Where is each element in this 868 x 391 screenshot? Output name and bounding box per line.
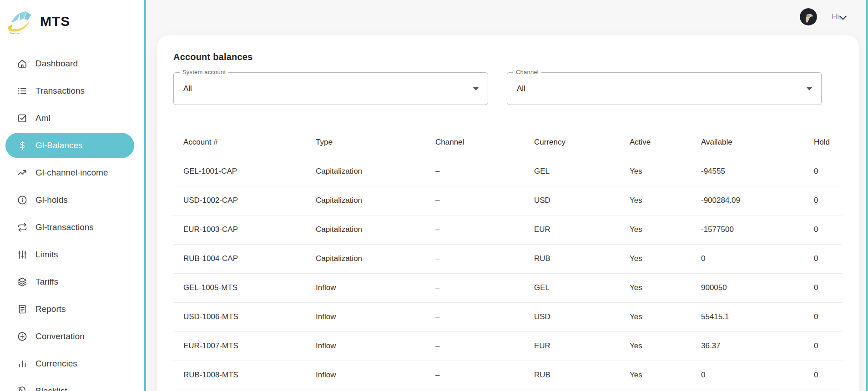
cell-currency: GEL xyxy=(524,157,620,186)
content-card: Account balances System account All Chan… xyxy=(157,35,859,391)
select-value: All xyxy=(517,84,525,93)
column-header-currency: Currency xyxy=(524,128,620,157)
cell-active: Yes xyxy=(620,302,691,331)
cell-active: Yes xyxy=(620,273,691,302)
sidebar-item-blacklist[interactable]: Blacklist xyxy=(0,377,144,391)
dropdown-arrow-icon xyxy=(806,87,812,90)
cell-currency: EUR xyxy=(524,331,620,361)
cell-available: 900050 xyxy=(691,273,804,302)
cell-active: Yes xyxy=(620,361,691,390)
cell-type: Inflow xyxy=(306,361,425,390)
cell-type: Capitalization xyxy=(306,157,425,186)
cell-type: Capitalization xyxy=(306,215,425,244)
cell-type: Capitalization xyxy=(306,244,425,273)
sidebar-item-aml[interactable]: Aml xyxy=(0,105,144,132)
sidebar-item-limits[interactable]: Limits xyxy=(0,241,144,268)
cell-hold: 0 xyxy=(804,331,843,361)
cell-currency: USD xyxy=(524,302,620,331)
sidebar-item-label: Gl-holds xyxy=(35,195,68,205)
cell-account: GEL-1005-MTS xyxy=(173,273,306,302)
sidebar-item-gl-balances[interactable]: Gl-Balances xyxy=(5,133,134,158)
cell-channel: – xyxy=(425,273,524,302)
table-row: EUR-1007-MTS Inflow – EUR Yes 36.37 0 xyxy=(173,331,843,361)
column-header-account: Account # xyxy=(173,128,306,157)
user-avatar-image xyxy=(800,8,817,25)
cell-channel: – xyxy=(425,331,524,361)
cell-hold: 0 xyxy=(804,361,843,390)
table-row: USD-1002-CAP Capitalization – USD Yes -9… xyxy=(173,186,843,215)
sidebar-item-tariffs[interactable]: Tariffs xyxy=(0,268,144,296)
cell-channel: – xyxy=(425,361,524,390)
sidebar-item-reports[interactable]: Reports xyxy=(0,296,144,323)
mts-logo-icon xyxy=(5,8,33,35)
logo: MTS xyxy=(0,0,144,36)
cell-type: Inflow xyxy=(306,331,425,361)
sidebar-item-gl-holds[interactable]: Gl-holds xyxy=(0,186,144,214)
filters-row: System account All Channel All xyxy=(173,72,843,105)
trending-up-icon xyxy=(17,167,28,178)
cell-available: -94555 xyxy=(691,157,804,186)
cell-active: Yes xyxy=(620,186,691,215)
column-header-channel: Channel xyxy=(425,128,524,157)
sidebar-item-convertation[interactable]: Convertation xyxy=(0,323,144,350)
balances-table-container: Account # Type Channel Currency Active A… xyxy=(173,128,843,390)
cell-account: USD-1006-MTS xyxy=(173,302,306,331)
sidebar: MTS Dashboard Transactions Aml Gl-Balanc… xyxy=(0,0,146,391)
dollar-icon xyxy=(17,140,28,151)
select-value: All xyxy=(183,84,192,93)
bell-off-icon xyxy=(17,386,28,391)
column-header-hold: Hold xyxy=(804,128,843,157)
cell-active: Yes xyxy=(620,215,691,244)
vertical-scrollbar[interactable] xyxy=(866,0,868,391)
sidebar-item-gl-channel-income[interactable]: Gl-channel-income xyxy=(0,159,144,186)
sidebar-item-label: Transactions xyxy=(35,86,85,96)
select-label: Channel xyxy=(513,69,541,75)
dropdown-arrow-icon xyxy=(473,87,479,90)
cell-channel: – xyxy=(425,157,524,186)
cell-hold: 0 xyxy=(804,244,843,273)
sidebar-item-transactions[interactable]: Transactions xyxy=(0,77,144,105)
cell-active: Yes xyxy=(620,331,691,361)
sidebar-item-label: Currencies xyxy=(35,359,77,369)
page-title: Account balances xyxy=(173,52,843,62)
cell-hold: 0 xyxy=(804,157,843,186)
cell-channel: – xyxy=(425,186,524,215)
table-row: GEL-1005-MTS Inflow – GEL Yes 900050 0 xyxy=(173,273,843,302)
sidebar-item-label: Gl-Balances xyxy=(35,140,83,150)
table-row: GEL-1001-CAP Capitalization – GEL Yes -9… xyxy=(173,157,843,186)
cell-type: Inflow xyxy=(306,302,425,331)
table-header-row: Account # Type Channel Currency Active A… xyxy=(173,128,843,157)
cell-type: Inflow xyxy=(306,273,425,302)
sidebar-item-label: Dashboard xyxy=(35,59,78,69)
sidebar-item-label: Gl-transactions xyxy=(35,222,94,232)
table-row: RUB-1004-CAP Capitalization – RUB Yes 0 … xyxy=(173,244,843,273)
sidebar-item-gl-transactions[interactable]: Gl-transactions xyxy=(0,214,144,241)
cell-currency: RUB xyxy=(524,244,620,273)
chevron-down-icon[interactable] xyxy=(839,14,847,20)
cell-channel: – xyxy=(425,244,524,273)
cell-account: RUB-1004-CAP xyxy=(173,244,306,273)
sidebar-item-label: Reports xyxy=(35,304,66,314)
select-label: System account xyxy=(180,69,228,75)
sidebar-item-dashboard[interactable]: Dashboard xyxy=(0,50,144,77)
cell-currency: GEL xyxy=(524,273,620,302)
column-header-available: Available xyxy=(691,128,804,157)
sidebar-nav: Dashboard Transactions Aml Gl-Balances G… xyxy=(0,36,144,391)
balances-table: Account # Type Channel Currency Active A… xyxy=(173,128,843,390)
system-account-select[interactable]: System account All xyxy=(173,72,488,105)
cell-account: USD-1002-CAP xyxy=(173,186,306,215)
list-icon xyxy=(17,85,28,96)
avatar[interactable] xyxy=(800,8,817,25)
cell-channel: – xyxy=(425,302,524,331)
table-row: USD-1006-MTS Inflow – USD Yes 55415.1 0 xyxy=(173,302,843,331)
cell-channel: – xyxy=(425,215,524,244)
divide-circle-icon xyxy=(17,331,28,342)
channel-select[interactable]: Channel All xyxy=(507,72,822,105)
home-icon xyxy=(17,58,28,69)
cell-available: -900284.09 xyxy=(691,186,804,215)
cell-type: Capitalization xyxy=(306,186,425,215)
sidebar-item-currencies[interactable]: Currencies xyxy=(0,350,144,377)
cell-available: 55415.1 xyxy=(691,302,804,331)
sidebar-item-label: Blacklist xyxy=(35,386,67,391)
layers-icon xyxy=(17,276,28,287)
